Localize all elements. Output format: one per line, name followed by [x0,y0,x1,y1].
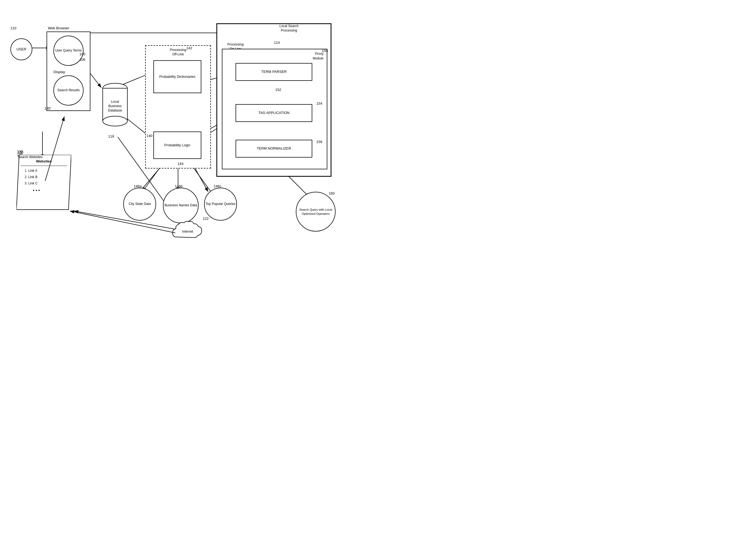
ref-118: 118 [108,134,114,139]
ref-152: 152 [275,88,281,92]
user-query-terms-circle: User Query Terms [53,36,84,66]
ref-144: 144 [177,162,184,166]
ref-106: 106 [79,58,85,62]
city-state-data-circle: City State Data [123,188,156,220]
svg-text:1. Link A: 1. Link A [25,169,37,173]
term-normalizer-box: TERM NORMALIZER [236,140,312,157]
websites-doc-svg: Websites 1. Link A 2. Link B 3. Link C •… [16,155,71,215]
ref-110: 110 [10,26,16,31]
local-business-db-svg: Local Business Database [101,82,129,131]
ref-142: 142 [186,46,192,51]
ref-154: 154 [316,101,322,106]
top-popular-queries-circle: Top Popular Queries [204,188,237,220]
ref-146c: 146c [214,184,221,189]
svg-text:2. Link B: 2. Link B [25,175,38,179]
ref-114: 114 [274,41,280,45]
svg-text:•  •  •: • • • [33,188,40,193]
svg-line-43 [70,211,175,233]
svg-text:Business: Business [108,104,122,108]
ref-150: 150 [322,49,328,53]
tag-application-box: TAG APPLICATION [236,104,312,122]
diagram: 110 USER Web Browser User Query Terms Di… [0,0,378,274]
search-results-circle: Search Results [53,75,84,105]
ref-100: 100 [79,52,85,57]
ref-156: 156 [316,140,322,144]
probability-logic-box: Probability Logic [153,131,201,159]
term-parser-box: TERM PARSER [236,63,312,81]
svg-text:Local: Local [111,100,119,104]
internet-cloud: Internet [170,218,205,245]
svg-point-30 [103,116,127,126]
ref-160: 160 [329,191,335,196]
processing-offline-label: ProcessingOff-Line [170,48,186,56]
ref-146a: 146a [134,184,142,189]
user-circle: USER [10,38,32,60]
ref-130p: 130' [44,106,51,111]
ref-146b: 146b [175,184,183,189]
svg-text:Database: Database [108,108,122,112]
search-websites-text: 130Search Websites [18,151,43,159]
web-browser-label: Web Browser [48,26,69,31]
ref-122: 122 [203,216,209,221]
ref-140: 140 [147,134,153,138]
local-search-processing-label: Local SearchProcessing [279,24,299,33]
search-query-circle: Search Query with Local Optimized Operat… [296,192,336,231]
svg-text:Websites: Websites [36,159,52,163]
probability-dicts-box: Probability Dictionaries [153,60,201,93]
svg-text:3. Link C: 3. Link C [25,181,38,185]
websites-document: Websites 1. Link A 2. Link B 3. Link C •… [16,155,66,209]
display-label: Display [53,70,65,74]
